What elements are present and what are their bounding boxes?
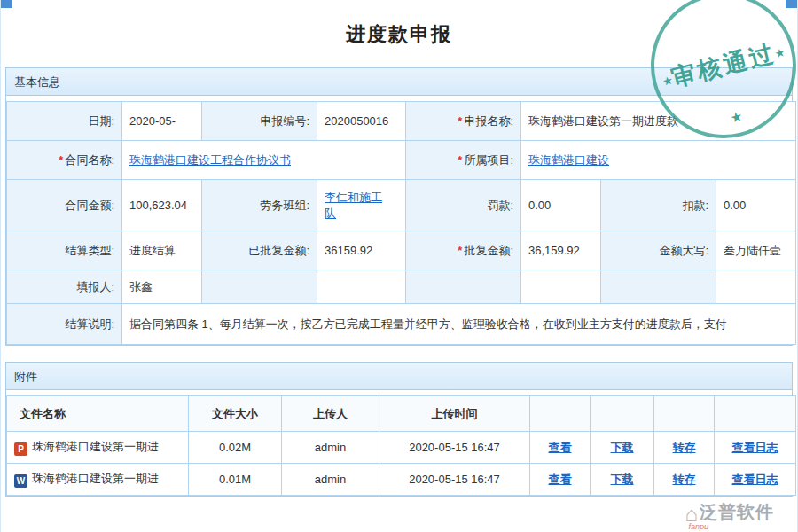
view-link[interactable]: 查看 (549, 473, 572, 486)
transfer-link[interactable]: 转存 (673, 473, 696, 486)
fanpu-watermark: ⌂泛普软件 fanpu (685, 500, 775, 527)
table-row: 填报人: 张鑫 (7, 270, 796, 304)
table-row: 合同金额: 100,623.04 劳务班组: 李仁和施工队 罚款: 0.00 扣… (7, 180, 796, 231)
settle-type-value: 进度结算 (122, 231, 202, 270)
reply-amount-label: *批复金额: (406, 231, 521, 270)
top-strip (1, 0, 797, 9)
decl-name-label: *申报名称: (406, 102, 521, 141)
basic-info-section: 基本信息 日期: 2020-05- 申报编号: 2020050016 *申报名称… (5, 67, 793, 346)
action-cell: 查看 (530, 432, 591, 464)
transfer-link[interactable]: 转存 (673, 441, 696, 454)
project-link[interactable]: 珠海鹤港口建设 (528, 153, 609, 167)
filler-label: 填报人: (7, 270, 122, 304)
contract-name-cell: 珠海鹤港口建设工程合作协议书 (122, 141, 406, 180)
uploader: admin (282, 432, 379, 464)
attachments-table: 文件名称 文件大小 上传人 上传时间 P珠海鹤港口建设第一期进 0.02M ad… (6, 395, 796, 496)
view-log-link[interactable]: 查看日志 (732, 441, 778, 454)
empty-value-cell (521, 270, 601, 304)
decl-name-label-text: 申报名称: (464, 114, 513, 128)
empty-label-cell (202, 270, 317, 304)
table-row: 结算类型: 进度结算 已批复金额: 36159.92 *批复金额: 36,159… (7, 231, 796, 270)
deduction-label: 扣款: (601, 180, 716, 231)
project-label: *所属项目: (406, 141, 521, 180)
view-log-link[interactable]: 查看日志 (732, 473, 778, 486)
basic-info-section-header: 基本信息 (6, 68, 792, 96)
action-cell: 转存 (654, 464, 715, 496)
labor-team-cell: 李仁和施工队 (317, 180, 406, 231)
action-cell: 查看日志 (715, 432, 796, 464)
basic-info-table: 日期: 2020-05- 申报编号: 2020050016 *申报名称: 珠海鹤… (6, 101, 796, 345)
table-row: 日期: 2020-05- 申报编号: 2020050016 *申报名称: 珠海鹤… (7, 102, 796, 141)
page-corner-left-icon (1, 0, 12, 8)
labor-team-label: 劳务班组: (202, 180, 317, 231)
date-label: 日期: (7, 102, 122, 141)
col-header-action (654, 396, 715, 432)
col-header-action (591, 396, 654, 432)
project-label-text: 所属项目: (464, 153, 513, 167)
file-size: 0.01M (189, 464, 282, 496)
approved-amount-label: 已批复金额: (202, 231, 317, 270)
page-corner-right-icon (786, 0, 797, 8)
penalty-label: 罚款: (406, 180, 521, 231)
col-header-file-name: 文件名称 (7, 396, 189, 432)
action-cell: 查看日志 (715, 464, 796, 496)
project-cell: 珠海鹤港口建设 (521, 141, 796, 180)
page-title: 进度款申报 (1, 21, 797, 48)
required-mark: * (458, 153, 462, 167)
action-cell: 下载 (591, 464, 654, 496)
filler-value: 张鑫 (122, 270, 202, 304)
action-cell: 查看 (530, 464, 591, 496)
empty-label-cell (406, 270, 521, 304)
reply-amount-value: 36,159.92 (521, 231, 601, 270)
fanpu-brand-text: 泛普软件 (700, 502, 774, 521)
attachment-row: W珠海鹤港口建设第一期进 0.01M admin 2020-05-15 16:4… (7, 464, 796, 496)
fanpu-sub-text: fanpu (689, 522, 709, 531)
empty-value-cell (716, 270, 796, 304)
table-row: 结算说明: 据合同第四条 1、每月结算一次，按乙方已完成工程量并经甲方、监理验收… (7, 304, 796, 345)
required-mark: * (458, 244, 462, 257)
ppt-file-icon: P (14, 442, 27, 456)
contract-name-label-text: 合同名称: (65, 153, 114, 167)
file-name-cell: W珠海鹤港口建设第一期进 (7, 464, 189, 496)
decl-no-label: 申报编号: (202, 102, 317, 141)
settle-note-value: 据合同第四条 1、每月结算一次，按乙方已完成工程量并经甲方、监理验收合格，在收到… (122, 304, 796, 345)
word-file-icon: W (14, 474, 27, 488)
attachments-section-header: 附件 (6, 363, 792, 390)
contract-amount-value: 100,623.04 (122, 180, 202, 231)
penalty-value: 0.00 (521, 180, 601, 231)
date-value: 2020-05- (122, 102, 202, 141)
labor-team-link[interactable]: 李仁和施工队 (325, 190, 387, 221)
col-header-action (530, 396, 591, 432)
uploader: admin (282, 464, 379, 496)
attachments-header-row: 文件名称 文件大小 上传人 上传时间 (7, 396, 796, 432)
amount-caps-label: 金额大写: (601, 231, 716, 270)
table-row: *合同名称: 珠海鹤港口建设工程合作协议书 *所属项目: 珠海鹤港口建设 (7, 141, 796, 180)
col-header-file-size: 文件大小 (189, 396, 282, 432)
required-mark: * (458, 114, 462, 128)
contract-name-label: *合同名称: (7, 141, 122, 180)
attachments-section: 附件 文件名称 文件大小 上传人 上传时间 P珠海鹤港口建设第一期进 0.02M… (5, 362, 793, 497)
approved-amount-value: 36159.92 (317, 231, 406, 270)
required-mark: * (59, 153, 63, 167)
action-cell: 下载 (591, 432, 654, 464)
contract-amount-label: 合同金额: (7, 180, 122, 231)
settle-type-label: 结算类型: (7, 231, 122, 270)
download-link[interactable]: 下载 (611, 473, 634, 486)
empty-label-cell (601, 270, 716, 304)
col-header-uploader: 上传人 (282, 396, 379, 432)
upload-time: 2020-05-15 16:47 (379, 464, 530, 496)
decl-name-value: 珠海鹤港口建设第一期进度款 (521, 102, 796, 141)
col-header-action (715, 396, 796, 432)
decl-no-value: 2020050016 (317, 102, 406, 141)
file-size: 0.02M (189, 432, 282, 464)
view-link[interactable]: 查看 (549, 441, 572, 454)
download-link[interactable]: 下载 (611, 441, 634, 454)
reply-amount-label-text: 批复金额: (464, 244, 513, 257)
file-name: 珠海鹤港口建设第一期进 (32, 472, 159, 485)
amount-caps-value: 叁万陆仟壹 (716, 231, 796, 270)
contract-name-link[interactable]: 珠海鹤港口建设工程合作协议书 (129, 153, 291, 167)
deduction-value: 0.00 (716, 180, 796, 231)
file-name: 珠海鹤港口建设第一期进 (32, 440, 159, 453)
action-cell: 转存 (654, 432, 715, 464)
settle-note-label: 结算说明: (7, 304, 122, 345)
